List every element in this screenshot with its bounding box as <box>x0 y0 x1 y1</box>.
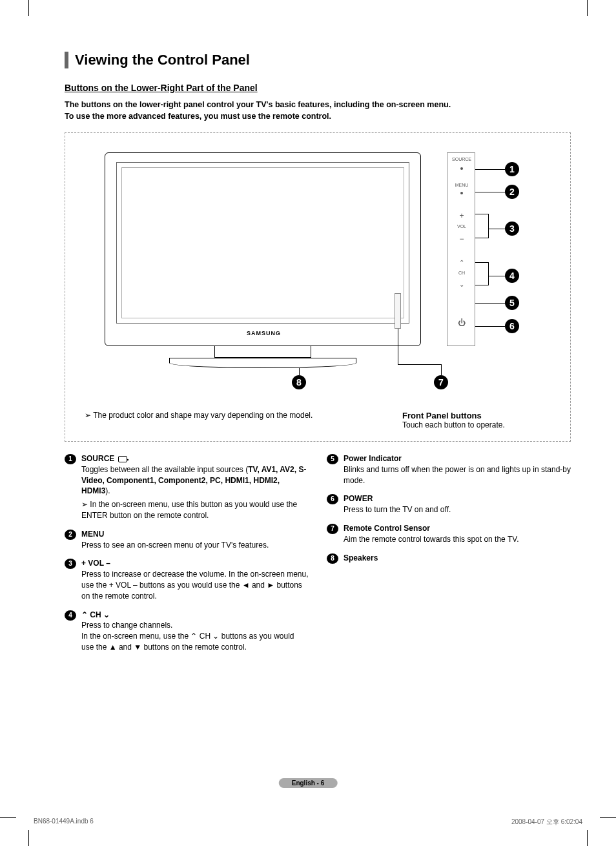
bullet-5: 5 <box>327 454 338 464</box>
lead-8 <box>299 368 300 375</box>
lead-3c <box>488 229 505 229</box>
lead-1 <box>475 169 505 170</box>
item-7-title: Remote Control Sensor <box>344 524 430 533</box>
page-number-badge: English - 6 <box>279 778 338 788</box>
item-8-title: Speakers <box>344 553 378 562</box>
front-panel-sub: Touch each button to operate. <box>402 420 551 429</box>
item-1-end: ). <box>105 486 110 495</box>
panel-dot-menu <box>460 192 463 194</box>
item-4-body: Press to change channels. <box>81 621 172 630</box>
brand-logo: SAMSUNG <box>247 330 281 336</box>
callout-1: 1 <box>505 162 519 176</box>
panel-up-icon: ⌃ <box>447 259 476 266</box>
diagram-box: SAMSUNG SOURCE MENU + VOL − ⌃ CH ⌄ ⏻ 1 2… <box>65 132 571 442</box>
callout-4: 4 <box>505 269 519 283</box>
lead-3v <box>488 214 489 238</box>
panel-plus-icon: + <box>447 211 476 220</box>
control-panel-strip: SOURCE MENU + VOL − ⌃ CH ⌄ ⏻ <box>447 152 475 346</box>
item-2-body: Press to see an on-screen menu of your T… <box>81 541 269 550</box>
lead-4v <box>488 262 489 285</box>
item-4-pre: ⌃ <box>81 610 90 619</box>
item-4-title: CH <box>90 610 101 619</box>
lead-4a <box>475 262 488 263</box>
callout-7: 7 <box>434 375 448 389</box>
lead-6 <box>475 326 505 327</box>
item-6-body: Press to turn the TV on and off. <box>344 505 451 514</box>
lead-4b <box>475 285 488 285</box>
diagram-notes: The product color and shape may vary dep… <box>78 411 557 429</box>
bullet-6: 6 <box>327 494 338 504</box>
panel-power-icon: ⏻ <box>447 318 476 327</box>
left-column: 1 SOURCE Toggles between all the availab… <box>65 453 309 661</box>
page-title: Viewing the Control Panel <box>75 52 571 68</box>
item-1-body: Toggles between all the available input … <box>81 465 248 474</box>
item-5-body: Blinks and turns off when the power is o… <box>344 465 571 485</box>
intro-text: The buttons on the lower-right panel con… <box>65 99 571 122</box>
lead-3a <box>475 214 488 214</box>
callout-6: 6 <box>505 319 519 333</box>
item-ch: 4 ⌃ CH ⌄ Press to change channels. In th… <box>65 610 309 653</box>
panel-dot-source <box>460 167 463 170</box>
item-power: 6 POWER Press to turn the TV on and off. <box>327 493 571 515</box>
lead-5 <box>475 303 505 304</box>
callout-5: 5 <box>505 296 519 310</box>
item-2-title: MENU <box>81 530 104 539</box>
item-power-indicator: 5 Power Indicator Blinks and turns off w… <box>327 453 571 486</box>
panel-label-ch: CH <box>447 271 476 275</box>
print-footer: BN68-01449A.indb 6 2008-04-07 오후 6:02:04 <box>34 818 582 827</box>
item-source: 1 SOURCE Toggles between all the availab… <box>65 453 309 521</box>
front-panel-title: Front Panel buttons <box>402 411 551 420</box>
callout-8: 8 <box>292 375 306 389</box>
bullet-7: 7 <box>327 524 338 534</box>
tv-screen-inner <box>121 167 404 318</box>
item-3-body: Press to increase or decrease the volume… <box>81 570 309 601</box>
print-time: 2008-04-07 오후 6:02:04 <box>511 818 582 827</box>
item-speakers: 8 Speakers <box>327 553 571 564</box>
item-1-sub: In the on-screen menu, use this button a… <box>81 499 309 521</box>
item-4-body2: In the on-screen menu, use the ⌃ CH ⌄ bu… <box>81 632 294 652</box>
item-5-title: Power Indicator <box>344 454 402 463</box>
sensor-indicator <box>395 293 401 329</box>
intro-line-2: To use the more advanced features, you m… <box>65 112 331 121</box>
lead-7a <box>398 329 398 364</box>
item-remote-sensor: 7 Remote Control Sensor Aim the remote c… <box>327 523 571 545</box>
descriptions: 1 SOURCE Toggles between all the availab… <box>65 453 571 661</box>
lead-7b <box>398 364 441 365</box>
lead-2 <box>475 192 505 192</box>
callout-3: 3 <box>505 222 519 236</box>
item-menu: 2 MENU Press to see an on-screen menu of… <box>65 529 309 551</box>
item-vol: 3 + VOL – Press to increase or decrease … <box>65 558 309 601</box>
panel-down-icon: ⌄ <box>447 281 476 288</box>
tv-stand-base <box>169 358 356 368</box>
source-icon <box>118 456 127 462</box>
print-file: BN68-01449A.indb 6 <box>34 818 94 827</box>
bullet-3: 3 <box>65 559 76 569</box>
model-vary-note: The product color and shape may vary dep… <box>85 411 364 429</box>
right-column: 5 Power Indicator Blinks and turns off w… <box>327 453 571 661</box>
panel-label-source: SOURCE <box>447 157 476 161</box>
panel-label-menu: MENU <box>447 183 476 187</box>
item-1-title: SOURCE <box>81 454 114 463</box>
callout-2: 2 <box>505 185 519 199</box>
item-7-body: Aim the remote control towards this spot… <box>344 535 518 544</box>
item-6-title: POWER <box>344 494 373 503</box>
panel-minus-icon: − <box>447 234 476 243</box>
lead-3b <box>475 238 488 238</box>
item-3-title: + VOL – <box>81 559 110 568</box>
title-bar: Viewing the Control Panel <box>65 52 571 68</box>
bullet-2: 2 <box>65 530 76 540</box>
intro-line-1: The buttons on the lower-right panel con… <box>65 100 451 109</box>
item-4-post: ⌄ <box>101 610 110 619</box>
tv-diagram: SAMSUNG SOURCE MENU + VOL − ⌃ CH ⌄ ⏻ 1 2… <box>98 152 537 398</box>
bullet-4: 4 <box>65 610 76 621</box>
lead-4c <box>488 276 505 276</box>
bullet-8: 8 <box>327 553 338 564</box>
lead-7c <box>441 364 442 375</box>
bullet-1: 1 <box>65 454 76 464</box>
tv-stand-neck <box>214 346 311 358</box>
section-subtitle: Buttons on the Lower-Right Part of the P… <box>65 83 571 93</box>
panel-label-vol: VOL <box>447 224 476 229</box>
